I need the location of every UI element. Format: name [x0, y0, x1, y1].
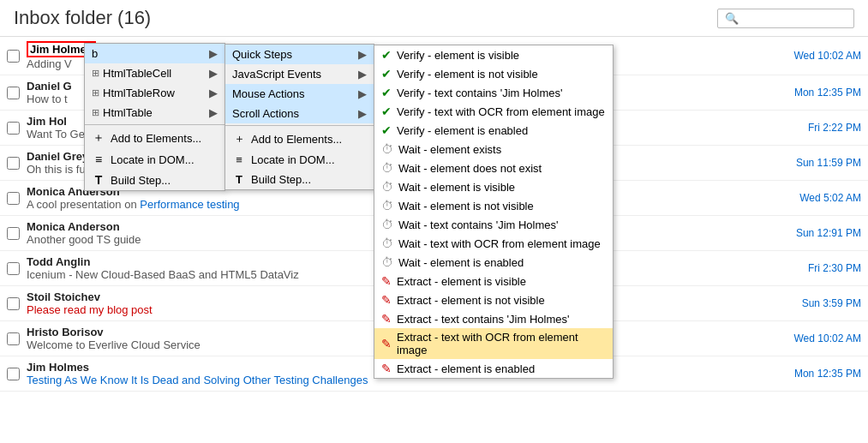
menu-item-locate-dom2[interactable]: ≡ Locate in DOM... — [225, 150, 374, 170]
search-input[interactable] — [717, 9, 854, 28]
action-wait-exists[interactable]: ⏱ Wait - element exists — [374, 140, 613, 159]
menu-item-b[interactable]: b ▶ — [85, 44, 224, 63]
check-icon: ✔ — [381, 105, 392, 118]
submenu-arrow-icon: ▶ — [358, 48, 367, 61]
email-time: Wed 10:02 AM — [775, 50, 861, 62]
email-time: Sun 3:59 PM — [775, 297, 861, 309]
action-wait-not-exists[interactable]: ⏱ Wait - element does not exist — [374, 159, 613, 177]
b-label: b — [92, 47, 206, 60]
email-checkbox[interactable] — [7, 50, 20, 63]
htmltablerow-label: HtmlTableRow — [103, 87, 206, 99]
clock-icon: ⏱ — [381, 142, 393, 156]
email-time: Fri 2:22 PM — [775, 122, 861, 134]
action-label: Verify - text with OCR from element imag… — [397, 105, 605, 118]
menu-item-build-step[interactable]: T Build Step... — [85, 170, 224, 190]
email-checkbox[interactable] — [7, 87, 20, 99]
menu-item-add-elements[interactable]: ＋ Add to Elements... — [85, 127, 224, 149]
email-link[interactable]: Performance testing — [140, 198, 239, 211]
action-verify-enabled[interactable]: ✔ Verify - element is enabled — [374, 121, 613, 140]
email-checkbox[interactable] — [7, 332, 20, 345]
check-icon: ✔ — [381, 67, 392, 81]
action-label: Extract - text contains 'Jim Holmes' — [397, 313, 569, 326]
locate-dom-label: Locate in DOM... — [111, 153, 195, 166]
email-time: Sun 11:59 PM — [775, 157, 861, 169]
build-icon2: T — [232, 173, 246, 186]
action-label: Wait - text with OCR from element image — [398, 237, 601, 250]
email-checkbox[interactable] — [7, 297, 20, 310]
add-elements-label: Add to Elements... — [111, 132, 201, 145]
action-extract-text-ocr[interactable]: ✎ Extract - text with OCR from element i… — [374, 328, 613, 359]
js-events-label: JavaScript Events — [232, 68, 355, 81]
action-extract-text-contains[interactable]: ✎ Extract - text contains 'Jim Holmes' — [374, 309, 613, 328]
clock-icon: ⏱ — [381, 255, 393, 269]
action-verify-not-visible[interactable]: ✔ Verify - element is not visible — [374, 64, 613, 83]
menu-item-scroll-actions[interactable]: Scroll Actions ▶ — [225, 104, 374, 123]
action-label: Extract - element is enabled — [397, 362, 535, 375]
add-icon2: ＋ — [232, 131, 246, 147]
menu-item-htmltablecell[interactable]: ⊞ HtmlTableCell ▶ — [85, 63, 224, 83]
extract-icon: ✎ — [381, 337, 392, 350]
table-icon: ⊞ — [92, 68, 99, 79]
action-extract-not-visible[interactable]: ✎ Extract - element is not visible — [374, 290, 613, 309]
action-label: Extract - element is visible — [397, 275, 526, 288]
action-extract-visible[interactable]: ✎ Extract - element is visible — [374, 272, 613, 290]
action-label: Verify - element is visible — [397, 49, 519, 62]
extract-icon: ✎ — [381, 293, 392, 307]
submenu-arrow-icon: ▶ — [358, 107, 367, 120]
build-icon: T — [92, 173, 105, 187]
email-time: Wed 5:02 AM — [775, 192, 861, 204]
action-wait-text-ocr[interactable]: ⏱ Wait - text with OCR from element imag… — [374, 234, 613, 253]
action-wait-not-visible[interactable]: ⏱ Wait - element is not visible — [374, 196, 613, 215]
email-time: Mon 12:35 PM — [775, 87, 861, 99]
add-icon: ＋ — [92, 130, 105, 146]
action-label: Wait - text contains 'Jim Holmes' — [398, 219, 559, 231]
action-label: Wait - element is not visible — [398, 200, 534, 213]
menu-item-js-events[interactable]: JavaScript Events ▶ — [225, 64, 374, 84]
submenu-arrow-icon: ▶ — [209, 67, 218, 80]
email-checkbox[interactable] — [7, 192, 20, 205]
locate-icon2: ≡ — [232, 153, 246, 166]
action-verify-text-ocr[interactable]: ✔ Verify - text with OCR from element im… — [374, 102, 613, 121]
menu-item-locate-dom[interactable]: ≡ Locate in DOM... — [85, 149, 224, 170]
email-checkbox[interactable] — [7, 157, 20, 170]
action-verify-visible[interactable]: ✔ Verify - element is visible — [374, 45, 613, 64]
locate-dom-label2: Locate in DOM... — [251, 153, 335, 166]
build-step-label2: Build Step... — [251, 173, 311, 186]
action-wait-enabled[interactable]: ⏱ Wait - element is enabled — [374, 253, 613, 272]
email-checkbox[interactable] — [7, 368, 20, 380]
action-label: Verify - element is not visible — [397, 68, 538, 81]
action-wait-text-contains[interactable]: ⏱ Wait - text contains 'Jim Holmes' — [374, 215, 613, 234]
email-time: Wed 10:02 AM — [775, 332, 861, 344]
htmltable-label: HtmlTable — [103, 106, 206, 119]
submenu-arrow-icon: ▶ — [209, 87, 218, 99]
submenu-arrow-icon: ▶ — [209, 106, 218, 119]
extract-icon: ✎ — [381, 312, 392, 326]
action-label: Wait - element does not exist — [398, 162, 542, 175]
submenu-actions: ✔ Verify - element is visible ✔ Verify -… — [374, 45, 614, 379]
menu-item-add-elements2[interactable]: ＋ Add to Elements... — [225, 128, 374, 150]
email-checkbox[interactable] — [7, 262, 20, 275]
locate-icon: ≡ — [92, 153, 105, 166]
mouse-actions-label: Mouse Actions — [232, 87, 355, 100]
action-extract-enabled[interactable]: ✎ Extract - element is enabled — [374, 359, 613, 378]
clock-icon: ⏱ — [381, 180, 393, 194]
menu-item-build-step2[interactable]: T Build Step... — [225, 170, 374, 189]
menu-separator — [85, 124, 224, 125]
menu-item-htmltablerow[interactable]: ⊞ HtmlTableRow ▶ — [85, 83, 224, 103]
menu-item-mouse-actions[interactable]: Mouse Actions ▶ — [225, 84, 374, 104]
page-title: Inbox folder (16) — [14, 7, 151, 29]
extract-icon: ✎ — [381, 362, 392, 375]
submenu-arrow-icon: ▶ — [209, 47, 218, 60]
email-time: Fri 2:30 PM — [775, 262, 861, 274]
menu-item-quicksteps[interactable]: Quick Steps ▶ — [225, 45, 374, 64]
check-icon: ✔ — [381, 48, 392, 62]
table-icon: ⊞ — [92, 107, 99, 118]
action-wait-visible[interactable]: ⏱ Wait - element is visible — [374, 177, 613, 196]
email-checkbox[interactable] — [7, 122, 20, 135]
quicksteps-label: Quick Steps — [232, 48, 355, 61]
submenu-arrow-icon: ▶ — [358, 87, 367, 100]
action-verify-text-contains[interactable]: ✔ Verify - text contains 'Jim Holmes' — [374, 83, 613, 102]
menu-item-htmltable[interactable]: ⊞ HtmlTable ▶ — [85, 103, 224, 123]
clock-icon: ⏱ — [381, 199, 393, 213]
email-checkbox[interactable] — [7, 227, 20, 240]
